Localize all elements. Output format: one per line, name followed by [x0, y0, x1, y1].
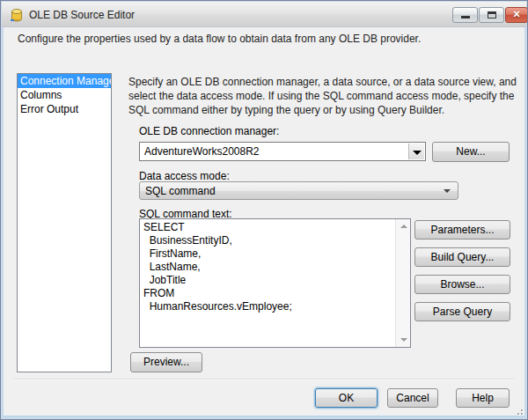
oledb-source-icon [10, 8, 24, 22]
sql-command-textbox-frame: SELECT BusinessEntityID, FirstName, Last… [139, 218, 411, 348]
triangle-down-icon [400, 338, 407, 342]
ok-button[interactable]: OK [315, 388, 378, 408]
maximize-button[interactable] [479, 7, 504, 23]
data-access-mode-combobox[interactable]: SQL command [139, 181, 458, 200]
page-item-connection-manager[interactable]: Connection Manager [18, 74, 111, 88]
chevron-down-icon [444, 189, 451, 193]
data-access-mode-value: SQL command [145, 185, 216, 197]
close-button[interactable]: ✕ [505, 7, 528, 23]
footer-divider [13, 379, 515, 380]
minimize-button[interactable] [452, 7, 478, 23]
parse-query-button[interactable]: Parse Query [414, 302, 510, 321]
browse-button[interactable]: Browse... [414, 275, 510, 294]
scroll-up-button[interactable] [396, 219, 411, 233]
parameters-button[interactable]: Parameters... [414, 220, 510, 239]
preview-button[interactable]: Preview... [130, 352, 202, 372]
page-instructions: Specify an OLE DB connection manager, a … [128, 75, 523, 117]
close-icon: ✕ [506, 9, 527, 20]
connection-manager-value: AdventureWorks2008R2 [144, 145, 260, 158]
maximize-icon [488, 11, 496, 18]
resize-grip[interactable] [514, 406, 523, 415]
sql-command-textarea[interactable]: SELECT BusinessEntityID, FirstName, Last… [140, 219, 395, 347]
page-item-columns[interactable]: Columns [18, 88, 111, 102]
connection-manager-combobox[interactable]: AdventureWorks2008R2 [139, 142, 426, 161]
data-access-mode-label: Data access mode: [139, 170, 230, 182]
dialog-description: Configure the properties used by a data … [18, 33, 512, 45]
ole-db-source-editor-dialog: OLE DB Source Editor ✕ Configure the pro… [0, 0, 528, 420]
page-item-error-output[interactable]: Error Output [18, 102, 111, 116]
chevron-down-icon [413, 151, 422, 155]
cancel-button[interactable]: Cancel [387, 388, 438, 408]
minimize-icon [461, 16, 470, 18]
scroll-down-button[interactable] [396, 333, 411, 347]
connection-manager-dropdown-button[interactable] [408, 144, 424, 159]
help-button[interactable]: Help [456, 388, 510, 408]
vertical-scrollbar[interactable] [395, 219, 410, 347]
new-connection-button[interactable]: New... [432, 142, 510, 162]
build-query-button[interactable]: Build Query... [414, 247, 510, 267]
connection-manager-label: OLE DB connection manager: [139, 125, 279, 137]
title-bar[interactable]: OLE DB Source Editor ✕ [2, 2, 526, 27]
window-title: OLE DB Source Editor [29, 9, 135, 21]
page-list: Connection Manager Columns Error Output [17, 73, 112, 372]
triangle-up-icon [400, 225, 407, 228]
